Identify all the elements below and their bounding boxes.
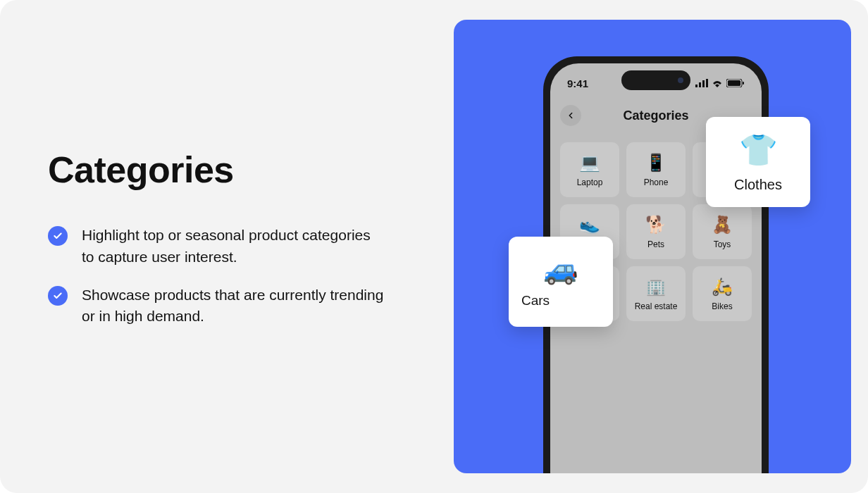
svg-rect-5 bbox=[728, 80, 740, 86]
status-icons bbox=[695, 79, 745, 87]
status-time: 9:41 bbox=[567, 77, 588, 89]
svg-rect-0 bbox=[695, 85, 698, 87]
tile-label: Laptop bbox=[577, 177, 603, 187]
tile-label: Bikes bbox=[712, 301, 732, 311]
phone-notch bbox=[621, 70, 690, 90]
shoes-icon: 👟 bbox=[579, 214, 600, 235]
signal-icon bbox=[695, 79, 708, 87]
bullet-item: Showcase products that are currently tre… bbox=[48, 285, 411, 327]
clothes-icon: 👕 bbox=[739, 132, 778, 168]
pets-icon: 🐕 bbox=[645, 214, 666, 235]
svg-rect-3 bbox=[706, 79, 708, 87]
tile-label: Toys bbox=[714, 239, 731, 249]
laptop-icon: 💻 bbox=[579, 152, 600, 173]
tile-label: Pets bbox=[647, 239, 664, 249]
category-tile-realestate[interactable]: 🏢Real estate bbox=[626, 266, 686, 321]
feature-card: Categories Highlight top or seasonal pro… bbox=[0, 0, 868, 493]
heading: Categories bbox=[48, 149, 411, 191]
category-tile-pets[interactable]: 🐕Pets bbox=[626, 204, 686, 259]
bullet-item: Highlight top or seasonal product catego… bbox=[48, 225, 411, 268]
check-icon bbox=[48, 286, 68, 306]
back-button[interactable] bbox=[560, 105, 581, 126]
bikes-icon: 🛵 bbox=[712, 276, 733, 297]
category-tile-phone[interactable]: 📱Phone bbox=[626, 142, 686, 197]
category-tile-bikes[interactable]: 🛵Bikes bbox=[693, 266, 752, 321]
battery-icon bbox=[726, 79, 745, 87]
category-tile-toys[interactable]: 🧸Toys bbox=[693, 204, 752, 259]
tile-label: Phone bbox=[644, 177, 669, 187]
phone-title: Categories bbox=[623, 108, 688, 123]
bullet-text: Showcase products that are currently tre… bbox=[82, 285, 385, 327]
highlight-card-cars: 🚙 Cars bbox=[509, 237, 613, 327]
illustration-panel: 9:41 Categories 💻Laptop 📱Phone bbox=[454, 20, 851, 473]
bullet-text: Highlight top or seasonal product catego… bbox=[82, 225, 385, 268]
realestate-icon: 🏢 bbox=[645, 276, 666, 297]
svg-rect-2 bbox=[702, 80, 705, 87]
tile-label: Real estate bbox=[635, 301, 678, 311]
phone-icon: 📱 bbox=[645, 152, 666, 173]
svg-rect-1 bbox=[699, 82, 701, 87]
text-panel: Categories Highlight top or seasonal pro… bbox=[0, 0, 454, 493]
highlight-card-clothes: 👕 Clothes bbox=[706, 117, 810, 207]
wifi-icon bbox=[712, 79, 723, 87]
cars-icon: 🚙 bbox=[543, 253, 578, 286]
chevron-left-icon bbox=[566, 111, 576, 120]
highlight-label: Clothes bbox=[734, 177, 782, 193]
check-icon bbox=[48, 226, 68, 246]
highlight-label: Cars bbox=[521, 293, 550, 308]
svg-rect-6 bbox=[743, 82, 744, 85]
category-tile-laptop[interactable]: 💻Laptop bbox=[560, 142, 619, 197]
toys-icon: 🧸 bbox=[712, 214, 733, 235]
